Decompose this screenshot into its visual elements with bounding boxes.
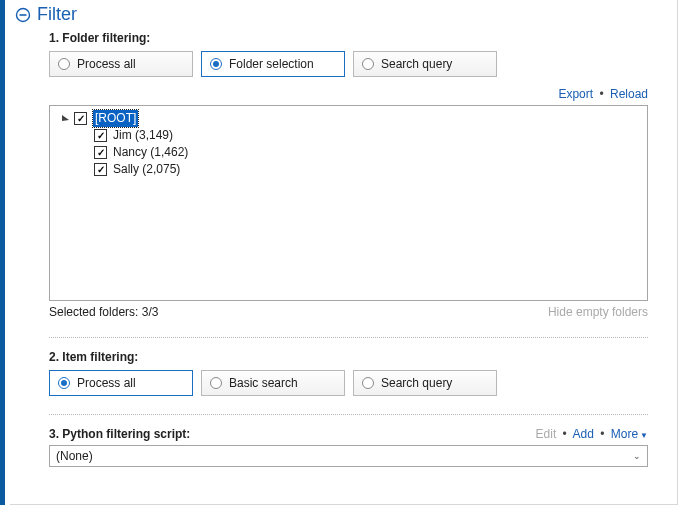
reload-link[interactable]: Reload xyxy=(610,87,648,101)
radio-label: Process all xyxy=(77,376,136,390)
folder-opt-search-query[interactable]: Search query xyxy=(353,51,497,77)
divider xyxy=(49,337,648,338)
folder-opt-folder-selection[interactable]: Folder selection xyxy=(201,51,345,77)
tree-node[interactable]: Jim (3,149) xyxy=(113,127,173,144)
tree-node[interactable]: Sally (2,075) xyxy=(113,161,180,178)
radio-label: Process all xyxy=(77,57,136,71)
radio-icon xyxy=(362,58,374,70)
radio-icon xyxy=(58,58,70,70)
tree-checkbox[interactable] xyxy=(94,146,107,159)
folder-opt-process-all[interactable]: Process all xyxy=(49,51,193,77)
hide-empty-folders-link[interactable]: Hide empty folders xyxy=(548,305,648,319)
python-script-select[interactable]: (None) ⌄ xyxy=(49,445,648,467)
tree-expander-icon[interactable] xyxy=(60,114,70,124)
radio-icon xyxy=(58,377,70,389)
radio-label: Folder selection xyxy=(229,57,314,71)
chevron-down-icon: ▼ xyxy=(640,431,648,440)
separator: • xyxy=(563,427,567,441)
radio-label: Search query xyxy=(381,57,452,71)
item-filtering-title: 2. Item filtering: xyxy=(49,350,648,364)
select-value: (None) xyxy=(56,449,93,463)
separator: • xyxy=(600,427,604,441)
chevron-down-icon: ⌄ xyxy=(633,451,641,461)
script-more-link[interactable]: More▼ xyxy=(611,427,648,441)
tree-node[interactable]: Nancy (1,462) xyxy=(113,144,188,161)
selected-folders-status: Selected folders: 3/3 xyxy=(49,305,158,319)
tree-checkbox[interactable] xyxy=(94,129,107,142)
python-script-title: 3. Python filtering script: xyxy=(49,427,190,441)
radio-icon xyxy=(210,377,222,389)
tree-checkbox[interactable] xyxy=(74,112,87,125)
item-opt-process-all[interactable]: Process all xyxy=(49,370,193,396)
tree-node-root[interactable]: [ROOT] xyxy=(93,110,138,127)
radio-label: Basic search xyxy=(229,376,298,390)
item-opt-search-query[interactable]: Search query xyxy=(353,370,497,396)
item-opt-basic-search[interactable]: Basic search xyxy=(201,370,345,396)
folder-filtering-title: 1. Folder filtering: xyxy=(49,31,648,45)
collapse-icon[interactable] xyxy=(15,7,31,23)
script-edit-link: Edit xyxy=(536,427,557,441)
radio-icon xyxy=(210,58,222,70)
radio-icon xyxy=(362,377,374,389)
folder-tree[interactable]: [ROOT] Jim (3,149) Nancy (1,462) Sally (… xyxy=(49,105,648,301)
script-add-link[interactable]: Add xyxy=(572,427,593,441)
radio-label: Search query xyxy=(381,376,452,390)
tree-checkbox[interactable] xyxy=(94,163,107,176)
separator: • xyxy=(599,87,603,101)
export-link[interactable]: Export xyxy=(558,87,593,101)
divider xyxy=(49,414,648,415)
filter-title: Filter xyxy=(37,4,77,25)
